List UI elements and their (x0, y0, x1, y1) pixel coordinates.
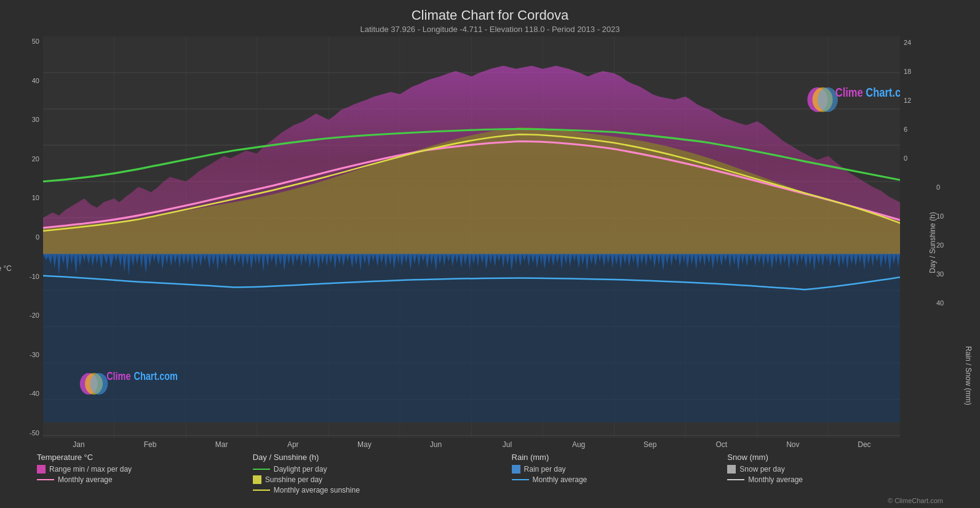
chart-svg-container: Clime Chart.com Clime Chart.com (43, 36, 900, 438)
legend-item-sunshine-avg: Monthly average sunshine (253, 486, 512, 494)
legend-area: Temperature °C Range min / max per day M… (0, 449, 980, 497)
legend-item-sunshine: Sunshine per day (253, 475, 512, 484)
legend-line-sunshine-avg (253, 490, 270, 491)
legend-item-daylight: Daylight per day (253, 465, 512, 474)
x-month-aug: Aug (543, 440, 615, 449)
x-month-jun: Jun (400, 440, 471, 449)
y-axis-right-rain: 0 10 20 30 40 Rain / Snow (mm) (934, 36, 968, 449)
x-axis-labels: Jan Feb Mar Apr May Jun Jul Aug Sep Oct … (43, 438, 900, 449)
y-axis-right-sunshine-label: Day / Sunshine (h) (928, 212, 937, 273)
x-month-nov: Nov (757, 440, 829, 449)
copyright: © ClimeChart.com (0, 497, 980, 508)
legend-line-daylight (253, 469, 270, 470)
legend-rect-sunshine (253, 475, 261, 484)
svg-text:Clime: Clime (106, 370, 130, 382)
legend-col-sunshine: Day / Sunshine (h) Daylight per day Suns… (253, 453, 512, 494)
legend-rect-snow (727, 465, 736, 474)
chart-subtitle: Latitude 37.926 - Longitude -4.711 - Ele… (0, 25, 980, 34)
svg-text:Chart.com: Chart.com (134, 370, 178, 382)
y-axis-left-values: 50 40 30 20 10 0 -10 -20 -30 -40 -50 (6, 36, 43, 449)
legend-col-temperature: Temperature °C Range min / max per day M… (37, 453, 253, 494)
x-month-may: May (329, 440, 400, 449)
legend-item-rain-avg: Monthly average (512, 475, 728, 484)
legend-col-rain-title: Rain (mm) (512, 453, 728, 462)
chart-area: Clime Chart.com Clime Chart.com Jan Feb … (43, 36, 900, 449)
chart-title: Climate Chart for Cordova (0, 7, 980, 23)
svg-point-30 (90, 373, 108, 395)
x-month-mar: Mar (186, 440, 257, 449)
legend-item-temp-avg: Monthly average (37, 475, 253, 484)
y-axis-right-sunshine: 24 18 12 6 0 Day / Sunshine (h) (900, 36, 934, 449)
legend-line-rain-avg (512, 479, 529, 481)
axes-and-chart: Temperature °C 50 40 30 20 10 0 -10 -20 … (0, 36, 980, 449)
legend-item-snow: Snow per day (727, 465, 943, 474)
main-container: Climate Chart for Cordova Latitude 37.92… (0, 0, 980, 508)
x-month-apr: Apr (257, 440, 329, 449)
y-axis-right-rain-label: Rain / Snow (mm) (964, 346, 973, 405)
chart-svg: Clime Chart.com Clime Chart.com (43, 36, 900, 438)
legend-line-snow-avg (727, 479, 744, 481)
legend-item-snow-avg: Monthly average (727, 475, 943, 484)
legend-col-sunshine-title: Day / Sunshine (h) (253, 453, 512, 462)
x-month-jul: Jul (471, 440, 543, 449)
x-month-oct: Oct (686, 440, 757, 449)
svg-text:Chart.com: Chart.com (866, 85, 900, 99)
x-month-feb: Feb (114, 440, 186, 449)
svg-text:Clime: Clime (835, 85, 863, 99)
legend-rect-temp-range (37, 465, 46, 474)
legend-col-temperature-title: Temperature °C (37, 453, 253, 462)
y-axis-left-label: Temperature °C (0, 264, 12, 273)
legend-col-rain: Rain (mm) Rain per day Monthly average (512, 453, 728, 494)
y-axes-right: 24 18 12 6 0 Day / Sunshine (h) 0 10 20 … (900, 36, 974, 449)
legend-item-rain: Rain per day (512, 465, 728, 474)
legend-col-snow-title: Snow (mm) (727, 453, 943, 462)
title-area: Climate Chart for Cordova Latitude 37.92… (0, 0, 980, 36)
x-month-dec: Dec (829, 440, 900, 449)
legend-item-temp-range: Range min / max per day (37, 465, 253, 474)
legend-col-snow: Snow (mm) Snow per day Monthly average (727, 453, 943, 494)
y-axis-left: Temperature °C 50 40 30 20 10 0 -10 -20 … (6, 36, 43, 449)
x-month-jan: Jan (43, 440, 114, 449)
legend-line-temp-avg (37, 479, 54, 481)
legend-rect-rain (512, 465, 520, 474)
x-month-sep: Sep (615, 440, 686, 449)
